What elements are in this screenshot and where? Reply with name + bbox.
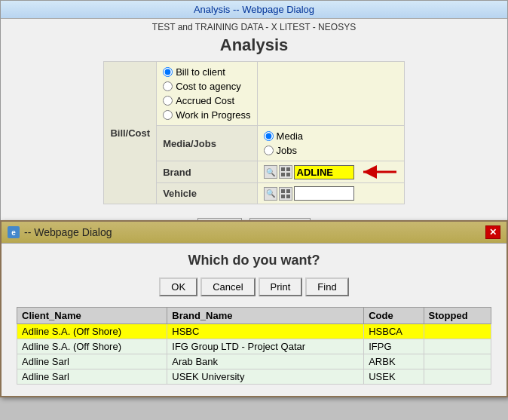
accrued-cost-label: Accrued Cost <box>176 95 234 106</box>
top-dialog-title: Analysis -- Webpage Dialog <box>194 4 314 15</box>
cost-to-agency-row: Cost to agency <box>163 79 250 94</box>
brand-label: Brand <box>157 161 257 183</box>
cost-to-agency-radio[interactable] <box>163 81 173 91</box>
titlebar-left: e -- Webpage Dialog <box>8 226 112 238</box>
results-table: Client_Name Brand_Name Code Stopped Adli… <box>17 307 491 385</box>
svg-rect-9 <box>286 195 290 198</box>
brand-input-wrapper: 🔍 <box>264 164 398 179</box>
media-jobs-label: Media/Jobs <box>157 126 257 161</box>
results-table-head: Client_Name Brand_Name Code Stopped <box>17 308 491 324</box>
work-in-progress-row: Work in Progress <box>163 108 250 122</box>
table-row[interactable]: Adline SarlArab BankARBK <box>17 354 491 369</box>
media-label: Media <box>277 130 303 142</box>
vehicle-input[interactable] <box>294 186 354 201</box>
form-table: Bill/Cost Bill to client Cost to agency … <box>103 61 404 204</box>
dialog-find-button[interactable]: Find <box>305 277 348 296</box>
which-title: Which do you want? <box>17 253 491 268</box>
media-jobs-options: Media Jobs <box>257 126 404 161</box>
jobs-radio[interactable] <box>264 146 274 155</box>
top-titlebar: Analysis -- Webpage Dialog <box>1 1 507 19</box>
brand-cell: 🔍 <box>257 161 404 183</box>
col-client-name: Client_Name <box>17 308 167 324</box>
vehicle-label: Vehicle <box>157 183 257 204</box>
vehicle-cell: 🔍 <box>257 183 404 204</box>
bottom-dialog-title: -- Webpage Dialog <box>24 226 112 238</box>
vehicle-search-icon[interactable]: 🔍 <box>264 187 277 201</box>
dialog-buttons: OK Cancel Print Find <box>17 277 491 296</box>
close-button[interactable]: ✕ <box>485 225 500 239</box>
results-header-row: Client_Name Brand_Name Code Stopped <box>17 308 491 324</box>
bill-to-client-radio[interactable] <box>163 67 173 77</box>
cell-code: ARBK <box>364 354 424 369</box>
col-code: Code <box>364 308 424 324</box>
table-row[interactable]: Adline S.A. (Off Shore)IFG Group LTD - P… <box>17 339 491 354</box>
cell-brand: Arab Bank <box>167 354 364 369</box>
cell-stopped <box>424 339 491 354</box>
bottom-dialog: e -- Webpage Dialog ✕ Which do you want?… <box>0 220 508 397</box>
table-row[interactable]: Adline SarlUSEK UniversityUSEK <box>17 369 491 385</box>
cell-client: Adline Sarl <box>17 354 167 369</box>
svg-rect-0 <box>281 167 285 171</box>
bottom-titlebar: e -- Webpage Dialog ✕ <box>2 222 506 244</box>
cell-client: Adline Sarl <box>17 369 167 385</box>
dialog-cancel-button[interactable]: Cancel <box>200 277 255 296</box>
jobs-row: Jobs <box>264 143 398 158</box>
bill-to-client-row: Bill to client <box>163 65 250 79</box>
dialog-print-button[interactable]: Print <box>259 277 303 296</box>
cost-to-agency-label: Cost to agency <box>176 81 241 92</box>
subtitle: TEST and TRAINING DATA - X LITEST - NEOS… <box>1 19 507 32</box>
cell-stopped <box>424 324 491 339</box>
cell-brand: HSBC <box>167 324 364 339</box>
cell-code: HSBCA <box>364 324 424 339</box>
cell-client: Adline S.A. (Off Shore) <box>17 339 167 354</box>
bill-to-client-label: Bill to client <box>176 66 225 78</box>
table-row[interactable]: Adline S.A. (Off Shore)HSBCHSBCA <box>17 324 491 339</box>
brand-grid-icon <box>279 165 292 179</box>
accrued-cost-radio[interactable] <box>163 96 173 106</box>
bill-cost-row: Bill/Cost Bill to client Cost to agency … <box>104 62 404 126</box>
media-radio[interactable] <box>264 131 274 141</box>
svg-rect-3 <box>286 173 290 176</box>
work-in-progress-label: Work in Progress <box>176 109 250 121</box>
accrued-cost-row: Accrued Cost <box>163 94 250 108</box>
red-arrow-icon <box>360 164 398 179</box>
brand-search-icon[interactable]: 🔍 <box>264 165 277 179</box>
brand-input[interactable] <box>294 165 354 179</box>
jobs-label: Jobs <box>277 145 297 156</box>
svg-rect-6 <box>281 189 285 193</box>
cell-code: IFPG <box>364 339 424 354</box>
cell-stopped <box>424 354 491 369</box>
cell-code: USEK <box>364 369 424 385</box>
svg-rect-1 <box>286 167 290 171</box>
svg-rect-2 <box>281 173 285 176</box>
dialog-icon: e <box>8 226 20 238</box>
dialog-icon-letter: e <box>11 228 16 237</box>
svg-rect-7 <box>286 189 290 193</box>
cell-brand: IFG Group LTD - Project Qatar <box>167 339 364 354</box>
cell-stopped <box>424 369 491 385</box>
top-dialog: Analysis -- Webpage Dialog TEST and TRAI… <box>0 0 508 257</box>
cell-brand: USEK University <box>167 369 364 385</box>
form-area: Bill/Cost Bill to client Cost to agency … <box>1 61 507 212</box>
vehicle-grid-icon <box>279 187 292 201</box>
col-stopped: Stopped <box>424 308 491 324</box>
work-in-progress-radio[interactable] <box>163 110 173 120</box>
bottom-content: Which do you want? OK Cancel Print Find … <box>2 244 506 396</box>
results-table-body: Adline S.A. (Off Shore)HSBCHSBCAAdline S… <box>17 324 491 385</box>
vehicle-input-wrapper: 🔍 <box>264 186 398 201</box>
svg-rect-8 <box>281 195 285 198</box>
media-row: Media <box>264 129 398 143</box>
bill-cost-label: Bill/Cost <box>104 62 157 204</box>
main-title: Analysis <box>1 32 507 61</box>
bill-cost-options: Bill to client Cost to agency Accrued Co… <box>157 62 257 126</box>
col-brand-name: Brand_Name <box>167 308 364 324</box>
cell-client: Adline S.A. (Off Shore) <box>17 324 167 339</box>
dialog-ok-button[interactable]: OK <box>159 277 197 296</box>
